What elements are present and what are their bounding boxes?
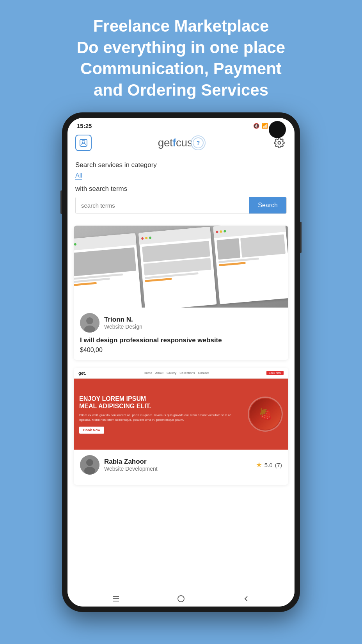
search-terms-label: with search terms bbox=[75, 185, 287, 193]
card-2-image: get. Home About Gallery Collections Cont… bbox=[74, 368, 288, 450]
mute-icon: 🔇 bbox=[253, 123, 259, 129]
paper-1-accent bbox=[74, 282, 97, 286]
bottom-nav-home[interactable] bbox=[176, 594, 186, 603]
avatar-inner-2 bbox=[80, 455, 99, 475]
search-button[interactable]: Search bbox=[249, 197, 286, 213]
gear-icon bbox=[274, 137, 285, 148]
food-nav-logo: get. bbox=[78, 371, 86, 375]
food-pie-image: 🍓 bbox=[250, 398, 281, 430]
status-time: 15:25 bbox=[77, 123, 92, 129]
category-label: Search services in category bbox=[75, 161, 287, 169]
dot-yellow-2 bbox=[145, 237, 148, 240]
service-card-1[interactable]: Trionn N. Website Design I will design p… bbox=[74, 226, 288, 360]
card-1-image bbox=[74, 226, 288, 308]
svg-text:?: ? bbox=[197, 140, 200, 146]
dot-red-2 bbox=[141, 237, 144, 240]
bottom-nav-menu[interactable] bbox=[111, 594, 121, 603]
nav-link-home: Home bbox=[144, 371, 152, 375]
dot-red-3 bbox=[216, 231, 219, 233]
rating-value: 5.0 bbox=[264, 462, 273, 468]
avatar-img-2 bbox=[80, 455, 99, 475]
svg-point-1 bbox=[82, 141, 85, 143]
phone-wrapper: 15:25 🔇 📶 ⏰ 🔋 bbox=[0, 112, 362, 612]
food-nav-links: Home About Gallery Collections Contact bbox=[144, 371, 209, 375]
alarm-icon: ⏰ bbox=[270, 123, 277, 129]
svg-point-4 bbox=[278, 142, 281, 144]
design-papers bbox=[74, 226, 288, 308]
profile-button[interactable] bbox=[75, 135, 92, 151]
hero-line1: Freelance Marketplace bbox=[93, 17, 269, 35]
avatar-inner-1 bbox=[80, 313, 99, 333]
app-logo: getfcus ? bbox=[158, 135, 206, 150]
wifi-icon: 📶 bbox=[262, 123, 268, 129]
side-button-left bbox=[60, 190, 62, 214]
seller-info-2: Rabla Zahoor Website Development bbox=[104, 458, 251, 472]
food-hero-text: ENJOY LOREM IPSUMMEAL ADIPISCING ELIT. E… bbox=[79, 395, 243, 434]
hero-line3: Communication, Payment bbox=[80, 59, 282, 78]
bottom-spacer bbox=[67, 493, 295, 504]
nav-link-contact: Contact bbox=[198, 371, 209, 375]
menu-icon bbox=[111, 594, 121, 603]
search-input[interactable] bbox=[76, 197, 249, 213]
home-icon bbox=[176, 594, 186, 603]
svg-point-9 bbox=[86, 459, 93, 466]
app-header: getfcus ? bbox=[67, 132, 295, 155]
service-card-2[interactable]: get. Home About Gallery Collections Cont… bbox=[74, 368, 288, 485]
search-bar: Search bbox=[75, 197, 287, 214]
dot-green-3 bbox=[224, 230, 226, 233]
category-all-pill[interactable]: All bbox=[75, 172, 82, 180]
service-title-1: I will design professional responsive we… bbox=[80, 336, 282, 344]
hero-line2: Do everything in one place bbox=[77, 38, 285, 57]
paper-3-img-left bbox=[217, 238, 240, 260]
bottom-nav-back[interactable] bbox=[241, 594, 251, 603]
seller-category-1: Website Design bbox=[104, 324, 142, 330]
paper-3-img-right bbox=[240, 235, 286, 258]
back-icon bbox=[241, 594, 251, 603]
nav-link-collections: Collections bbox=[179, 371, 195, 375]
logo-text: getfcus bbox=[158, 137, 192, 149]
paper-3 bbox=[213, 226, 288, 304]
svg-point-14 bbox=[178, 596, 184, 602]
seller-name-1: Trionn N. bbox=[104, 316, 142, 324]
star-icon: ★ bbox=[256, 461, 262, 469]
seller-info-1: Trionn N. Website Design bbox=[104, 316, 142, 330]
dot-yellow-3 bbox=[220, 230, 223, 233]
seller-row-1: Trionn N. Website Design bbox=[80, 313, 282, 333]
food-mockup: get. Home About Gallery Collections Cont… bbox=[74, 368, 288, 450]
berry-decoration: 🍓 bbox=[259, 408, 272, 421]
seller-avatar-1 bbox=[80, 313, 99, 333]
seller-row-2: Rabla Zahoor Website Development ★ 5.0 (… bbox=[80, 455, 282, 475]
phone-screen: 15:25 🔇 📶 ⏰ 🔋 bbox=[67, 118, 295, 607]
svg-point-10 bbox=[84, 467, 95, 475]
food-nav-book-btn: Book Now bbox=[266, 371, 284, 375]
battery-icon: 🔋 bbox=[279, 123, 285, 129]
service-price-1: $400,00 bbox=[80, 347, 282, 354]
card-1-info: Trionn N. Website Design I will design p… bbox=[74, 308, 288, 360]
food-circle-image: 🍓 bbox=[248, 397, 283, 432]
search-section: Search services in category All with sea… bbox=[67, 155, 295, 226]
svg-point-6 bbox=[86, 317, 93, 324]
food-nav: get. Home About Gallery Collections Cont… bbox=[74, 368, 288, 379]
rating-section: ★ 5.0 (7) bbox=[256, 461, 282, 469]
app-content[interactable]: Search services in category All with sea… bbox=[67, 155, 295, 590]
paper-1-img bbox=[74, 247, 136, 277]
rating-count: (7) bbox=[275, 462, 282, 468]
food-hero-cta: Book Now bbox=[79, 427, 104, 434]
nav-link-about: About bbox=[155, 371, 163, 375]
side-button-right bbox=[300, 222, 302, 253]
paper-1 bbox=[74, 233, 142, 308]
dot-green-2 bbox=[149, 237, 152, 239]
hero-line4: and Ordering Services bbox=[94, 81, 268, 99]
paper-2-content bbox=[139, 238, 215, 286]
paper-3-content bbox=[214, 232, 288, 270]
profile-icon bbox=[79, 138, 88, 148]
card-2-info: Rabla Zahoor Website Development ★ 5.0 (… bbox=[74, 450, 288, 485]
food-hero: ENJOY LOREM IPSUMMEAL ADIPISCING ELIT. E… bbox=[74, 379, 288, 450]
paper-1-content bbox=[74, 245, 140, 290]
food-hero-headline: ENJOY LOREM IPSUMMEAL ADIPISCING ELIT. bbox=[79, 395, 243, 410]
nav-link-gallery: Gallery bbox=[167, 371, 176, 375]
settings-button[interactable] bbox=[272, 135, 287, 150]
seller-avatar-2 bbox=[80, 455, 99, 475]
seller-name-2: Rabla Zahoor bbox=[104, 458, 251, 466]
seller-category-2: Website Development bbox=[104, 466, 251, 472]
